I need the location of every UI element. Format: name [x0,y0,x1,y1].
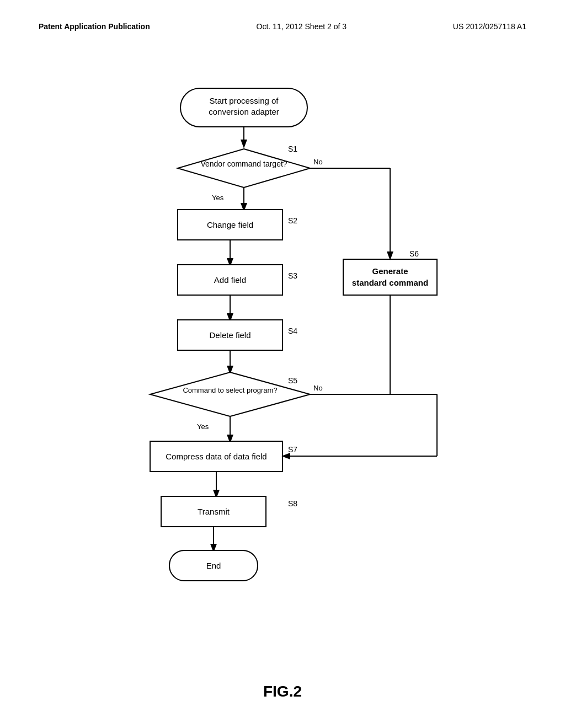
svg-text:Command to select program?: Command to select program? [183,386,277,394]
svg-text:S5: S5 [288,376,297,385]
s1-diamond [178,149,310,188]
page: Patent Application Publication Oct. 11, … [0,0,565,728]
header-center: Oct. 11, 2012 Sheet 2 of 3 [257,22,347,31]
svg-text:S1: S1 [288,144,297,153]
svg-text:Change field: Change field [207,220,253,229]
s6-rect [343,259,437,295]
svg-text:Yes: Yes [212,194,224,202]
svg-text:No: No [313,158,323,166]
svg-text:Yes: Yes [197,422,209,431]
header-left: Patent Application Publication [39,22,150,31]
svg-text:S4: S4 [288,326,297,335]
svg-text:No: No [313,384,323,392]
svg-text:Add field: Add field [214,275,246,285]
svg-text:Transmit: Transmit [198,507,230,516]
svg-text:standard command: standard command [352,278,428,287]
svg-text:S2: S2 [288,216,297,225]
header-right: US 2012/0257118 A1 [453,22,526,31]
svg-text:Vendor command target?: Vendor command target? [200,159,287,168]
header: Patent Application Publication Oct. 11, … [0,22,565,31]
diagram-svg: Start processing of conversion adapter S… [89,72,476,678]
svg-text:Compress data of data field: Compress data of data field [166,452,266,461]
diagram: Start processing of conversion adapter S… [89,72,476,678]
svg-text:S8: S8 [288,499,297,508]
svg-text:S7: S7 [288,445,297,454]
fig-label: FIG.2 [0,683,565,700]
svg-text:S6: S6 [409,249,419,258]
svg-text:End: End [206,561,221,570]
flowchart: Start processing of conversion adapter S… [0,72,565,684]
svg-text:S3: S3 [288,271,297,280]
svg-text:Delete field: Delete field [209,330,250,340]
svg-text:conversion adapter: conversion adapter [209,107,279,116]
svg-text:Generate: Generate [372,266,408,276]
s5-diamond [150,372,310,416]
svg-text:Start processing of: Start processing of [209,96,279,105]
